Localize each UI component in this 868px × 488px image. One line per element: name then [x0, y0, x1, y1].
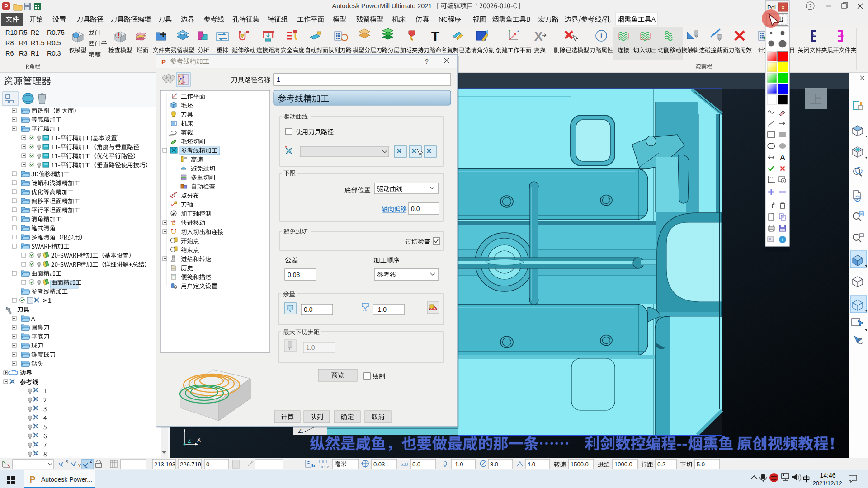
svg-text:?: ?: [425, 58, 429, 65]
svg-text:0.2: 0.2: [657, 461, 665, 468]
svg-text:4.0: 4.0: [527, 461, 535, 468]
svg-text:R10: R10: [5, 29, 18, 36]
svg-text:-1.0: -1.0: [453, 461, 463, 468]
svg-text:A: A: [780, 153, 785, 162]
svg-text:X: X: [66, 459, 68, 464]
svg-text:X: X: [197, 437, 201, 443]
svg-text:T: T: [431, 28, 439, 43]
svg-text:Autodesk PowerMill Ultimate 20: Autodesk PowerMill Ultimate 2021: [332, 2, 432, 9]
svg-text:R4: R4: [19, 39, 28, 47]
svg-text:8.0: 8.0: [490, 461, 498, 468]
svg-text:2021/12/12: 2021/12/12: [812, 480, 842, 487]
svg-text:0.03: 0.03: [288, 271, 300, 278]
svg-text:X: X: [534, 29, 543, 43]
svg-text:0.03: 0.03: [373, 461, 385, 468]
svg-text:i: i: [600, 32, 603, 40]
svg-text:0: 0: [206, 461, 209, 468]
svg-text:1000.0: 1000.0: [614, 461, 632, 468]
svg-text:0.0: 0.0: [304, 306, 313, 313]
svg-text:1: 1: [277, 76, 280, 83]
svg-text:Y: Y: [78, 463, 81, 468]
svg-text:Z: Z: [90, 459, 92, 464]
svg-text:0 1 2: 0 1 2: [321, 465, 329, 469]
svg-text:?: ?: [809, 3, 812, 9]
svg-text:5.0: 5.0: [697, 461, 705, 468]
svg-text:R0.5: R0.5: [47, 39, 61, 47]
svg-text:14:46: 14:46: [820, 472, 835, 479]
svg-text:R8: R8: [5, 39, 14, 47]
svg-text:x: x: [782, 4, 785, 10]
svg-text:R0.75: R0.75: [47, 29, 65, 36]
svg-text:226.719: 226.719: [180, 461, 201, 468]
svg-text:i: i: [782, 237, 783, 242]
svg-text:1500.0: 1500.0: [571, 461, 589, 468]
svg-text:R1.5: R1.5: [31, 39, 45, 47]
svg-text:R6: R6: [5, 50, 14, 57]
svg-text:P: P: [29, 474, 35, 484]
svg-text:Z: Z: [298, 427, 302, 434]
svg-text:213.193: 213.193: [154, 461, 175, 468]
svg-text:0.0: 0.0: [412, 461, 420, 468]
svg-text:-1.0: -1.0: [376, 306, 387, 313]
svg-text:0.0: 0.0: [411, 205, 420, 212]
svg-text:P: P: [4, 3, 8, 9]
svg-text:P: P: [161, 58, 166, 66]
svg-text:Autodesk Power...: Autodesk Power...: [41, 476, 92, 483]
svg-text:1.0: 1.0: [306, 344, 315, 351]
svg-text:R0.3: R0.3: [47, 50, 61, 57]
svg-text:R5: R5: [19, 29, 28, 36]
svg-text:R1: R1: [31, 50, 39, 57]
svg-text:R2: R2: [31, 29, 39, 36]
svg-text:R3: R3: [19, 50, 28, 57]
